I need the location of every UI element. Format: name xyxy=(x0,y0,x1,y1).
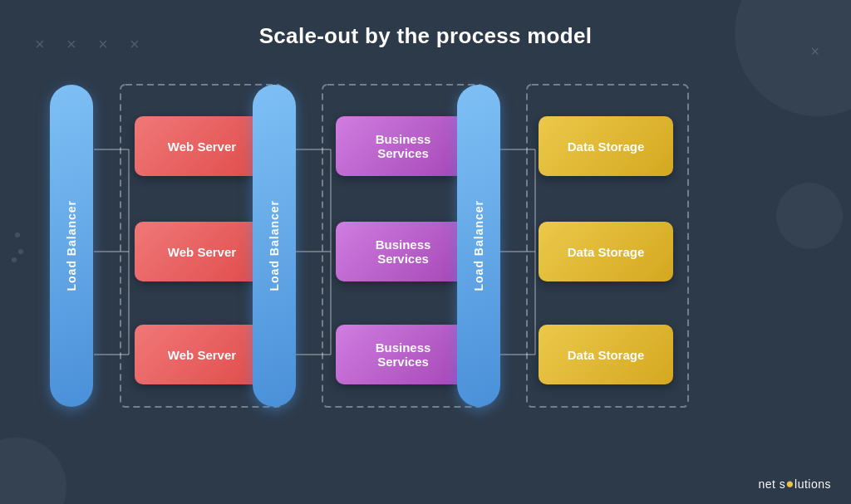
load-balancer-3: Load Balancer xyxy=(457,85,500,407)
data-storage-2: Data Storage xyxy=(539,222,673,281)
business-services-3: BusinessServices xyxy=(336,325,470,384)
web-server-3: Web Server xyxy=(135,325,269,384)
load-balancer-1: Load Balancer xyxy=(50,85,93,407)
brand-text-net: net s xyxy=(758,477,785,491)
data-storage-1: Data Storage xyxy=(539,116,673,176)
brand: net s●lutions xyxy=(758,476,831,492)
deco-circle-1 xyxy=(0,438,66,504)
ds1-label: Data Storage xyxy=(568,139,645,154)
lb1-label: Load Balancer xyxy=(65,200,78,291)
deco-dot-1 xyxy=(15,232,20,237)
page-title: Scale-out by the process model xyxy=(0,23,851,49)
ds3-label: Data Storage xyxy=(568,348,645,362)
deco-dot-3 xyxy=(18,249,23,254)
ws1-label: Web Server xyxy=(168,139,236,154)
bs1-label: BusinessServices xyxy=(376,132,431,160)
brand-dot: ● xyxy=(785,476,794,492)
deco-dot-2 xyxy=(12,257,17,262)
bs3-label: BusinessServices xyxy=(376,340,431,369)
ds2-label: Data Storage xyxy=(568,245,645,259)
load-balancer-2: Load Balancer xyxy=(253,85,296,407)
brand-text-lutions: lutions xyxy=(794,477,831,491)
web-server-2: Web Server xyxy=(135,222,269,281)
business-services-1: BusinessServices xyxy=(336,116,470,176)
lb2-label: Load Balancer xyxy=(268,200,281,291)
web-server-1: Web Server xyxy=(135,116,269,176)
ws2-label: Web Server xyxy=(168,245,236,259)
ws3-label: Web Server xyxy=(168,348,236,362)
business-services-2: BusinessServices xyxy=(336,222,470,281)
bs2-label: BusinessServices xyxy=(376,237,431,266)
lb3-label: Load Balancer xyxy=(472,200,485,291)
data-storage-3: Data Storage xyxy=(539,325,673,384)
deco-circle-2 xyxy=(735,0,851,116)
deco-circle-3 xyxy=(776,183,843,249)
